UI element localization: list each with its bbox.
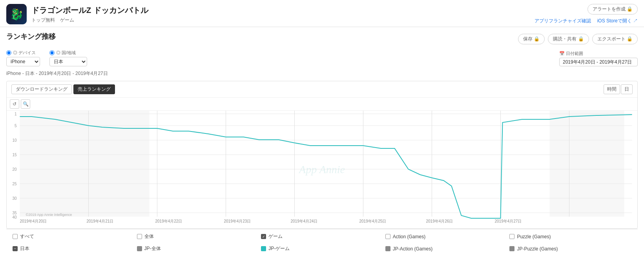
- app-category-top: トップ無料: [31, 17, 55, 23]
- svg-text:1: 1: [15, 112, 17, 116]
- chart-area: App Annie 1 5 10 15 20 25 30 35 40: [7, 111, 637, 228]
- store-link[interactable]: iOS Storeで開く ↗: [597, 18, 638, 24]
- region-radio[interactable]: [49, 50, 55, 55]
- app-category-genre: ゲーム: [60, 17, 74, 23]
- svg-text:40: 40: [12, 215, 17, 219]
- svg-text:30: 30: [12, 196, 17, 201]
- legend-item-jp-puzzle[interactable]: JP-Puzzle (Games): [509, 245, 631, 252]
- legend-item-action[interactable]: Action (Games): [385, 233, 507, 240]
- time-controls: 時間 日: [604, 84, 633, 94]
- legend-label-japan: 日本: [20, 245, 29, 252]
- device-filter: ◎ デバイス iPhone iPad すべて: [6, 50, 40, 66]
- chart-toolbar: ↺ 🔍: [7, 98, 637, 111]
- svg-text:2019年4月23日: 2019年4月23日: [224, 219, 251, 223]
- legend-item-jp-action[interactable]: JP-Action (Games): [385, 245, 507, 252]
- legend-label-action: Action (Games): [393, 234, 425, 239]
- date-range-input[interactable]: [559, 58, 638, 66]
- legend-label-puzzle: Puzzle (Games): [517, 234, 551, 239]
- subscribe-button[interactable]: 購読・共有 🔒: [548, 34, 589, 44]
- region-label-text: ◎ 国/地域: [56, 50, 76, 56]
- svg-text:10: 10: [12, 138, 17, 142]
- section-title: ランキング推移: [6, 32, 56, 41]
- export-button[interactable]: エクスポート 🔒: [592, 34, 638, 44]
- header-bottom-links: アプリフランチャイズ確認 iOS Storeで開く ↗: [535, 18, 638, 24]
- reset-zoom-button[interactable]: ↺: [10, 99, 19, 109]
- svg-text:2019年4月26日: 2019年4月26日: [426, 219, 453, 223]
- svg-text:25: 25: [12, 182, 17, 186]
- svg-text:2019年4月24日: 2019年4月24日: [291, 219, 318, 223]
- svg-rect-0: [20, 111, 150, 217]
- svg-text:15: 15: [12, 153, 17, 157]
- app-subtitle: トップ無料 ゲーム: [31, 17, 148, 24]
- legend-row-1: すべて 全体 ゲーム Action (Games) Puzzle (Games): [6, 229, 638, 244]
- app-icon: [6, 4, 27, 24]
- header: ドラゴンボールZ ドッカンバトル トップ無料 ゲーム アラートを作成 🔒 アプリ…: [0, 0, 644, 27]
- header-actions: アラートを作成 🔒 アプリフランチャイズ確認 iOS Storeで開く ↗: [535, 4, 638, 24]
- alert-button[interactable]: アラートを作成 🔒: [587, 4, 638, 15]
- date-filter: 📅 日付範囲: [559, 51, 638, 66]
- svg-text:2019年4月25日: 2019年4月25日: [359, 219, 387, 223]
- app-details: ドラゴンボールZ ドッカンバトル トップ無料 ゲーム: [31, 5, 148, 24]
- region-select[interactable]: 日本 アメリカ: [49, 57, 87, 66]
- legend-checkbox-overall[interactable]: [137, 234, 142, 239]
- save-button[interactable]: 保存 🔒: [518, 34, 545, 44]
- legend-item-game[interactable]: ゲーム: [261, 233, 383, 240]
- legend-item-puzzle[interactable]: Puzzle (Games): [509, 233, 631, 240]
- legend-color-jp-game: [261, 246, 266, 251]
- svg-text:5: 5: [15, 124, 17, 128]
- toolbar-buttons: 保存 🔒 購読・共有 🔒 エクスポート 🔒: [518, 34, 638, 44]
- legend-item-overall[interactable]: 全体: [137, 233, 259, 240]
- device-select[interactable]: iPhone iPad すべて: [6, 57, 40, 66]
- legend-row-2: 日本 JP-全体 JP-ゲーム JP-Action (Games) JP-Puz…: [6, 244, 638, 255]
- app-icon-image: [6, 4, 27, 24]
- legend-item-jp-overall[interactable]: JP-全体: [137, 245, 259, 252]
- legend-color-jp-action: [385, 246, 390, 251]
- device-filter-label: ◎ デバイス: [6, 50, 40, 56]
- legend-label-jp-action: JP-Action (Games): [393, 246, 432, 252]
- svg-text:2019年4月22日: 2019年4月22日: [155, 219, 182, 223]
- time-hour-btn[interactable]: 時間: [604, 84, 620, 94]
- legend-label-jp-game: JP-ゲーム: [268, 245, 290, 252]
- section-toolbar: ランキング推移 保存 🔒 購読・共有 🔒 エクスポート 🔒: [6, 32, 638, 46]
- svg-text:20: 20: [12, 167, 17, 172]
- app-title: ドラゴンボールZ ドッカンバトル: [31, 5, 148, 16]
- franchise-link[interactable]: アプリフランチャイズ確認: [535, 18, 591, 24]
- device-radio[interactable]: [6, 50, 11, 55]
- legend-label-overall: 全体: [144, 233, 154, 240]
- legend-label-jp-overall: JP-全体: [144, 245, 161, 252]
- legend-minus-japan[interactable]: [13, 246, 18, 251]
- legend-label-all: すべて: [20, 233, 34, 240]
- chart-tabs: ダウンロードランキング 売上ランキング: [11, 84, 115, 94]
- legend-checkbox-puzzle[interactable]: [509, 234, 514, 239]
- zoom-button[interactable]: 🔍: [21, 99, 30, 109]
- download-ranking-tab[interactable]: ダウンロードランキング: [11, 84, 72, 94]
- header-top-actions: アラートを作成 🔒: [587, 4, 638, 15]
- device-label-text: ◎ デバイス: [13, 50, 36, 56]
- svg-text:2019年4月21日: 2019年4月21日: [87, 219, 114, 223]
- chart-subtitle: iPhone - 日本 - 2019年4月20日 - 2019年4月27日: [6, 70, 638, 77]
- app-info-section: ドラゴンボールZ ドッカンバトル トップ無料 ゲーム: [6, 4, 148, 24]
- legend-label-game: ゲーム: [268, 233, 283, 240]
- region-filter-label: ◎ 国/地域: [49, 50, 87, 56]
- date-filter-label: 📅 日付範囲: [559, 51, 638, 57]
- svg-text:2019年4月20日: 2019年4月20日: [20, 219, 47, 223]
- legend-item-all[interactable]: すべて: [13, 233, 135, 240]
- chart-container: ダウンロードランキング 売上ランキング 時間 日 ↺ 🔍 App Annie: [6, 81, 638, 229]
- revenue-ranking-tab[interactable]: 売上ランキング: [73, 84, 115, 94]
- svg-rect-1: [550, 111, 624, 217]
- svg-text:2019年4月27日: 2019年4月27日: [495, 219, 522, 223]
- legend-item-jp-game[interactable]: JP-ゲーム: [261, 245, 383, 252]
- legend-label-jp-puzzle: JP-Puzzle (Games): [517, 246, 558, 252]
- legend-color-jp-puzzle: [509, 246, 514, 251]
- legend-checkbox-action[interactable]: [385, 234, 390, 239]
- filters-row: ◎ デバイス iPhone iPad すべて ◎ 国/地域 日本 アメリカ 📅 …: [6, 50, 638, 66]
- region-filter: ◎ 国/地域 日本 アメリカ: [49, 50, 87, 66]
- svg-text:35: 35: [12, 211, 17, 215]
- main-content: ランキング推移 保存 🔒 購読・共有 🔒 エクスポート 🔒 ◎ デバイス iPh…: [0, 27, 644, 260]
- legend-color-jp-overall: [137, 246, 142, 251]
- svg-text:©2019 App Annie Intelligence: ©2019 App Annie Intelligence: [26, 213, 72, 217]
- legend-item-japan[interactable]: 日本: [13, 245, 135, 252]
- legend-checkbox-all[interactable]: [13, 234, 18, 239]
- time-day-btn[interactable]: 日: [621, 84, 633, 94]
- legend-checkbox-game[interactable]: [261, 234, 266, 239]
